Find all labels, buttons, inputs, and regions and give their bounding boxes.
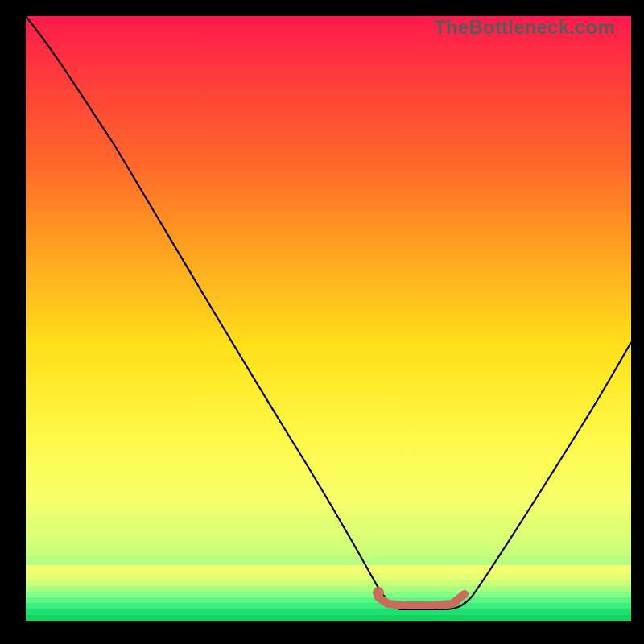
curve-svg	[26, 16, 631, 621]
chart-container: TheBottleneck.com	[0, 0, 644, 644]
plot-area: TheBottleneck.com	[26, 16, 631, 621]
highlight-segment	[378, 594, 464, 605]
highlight-point	[373, 587, 384, 598]
bottleneck-curve	[26, 16, 631, 609]
